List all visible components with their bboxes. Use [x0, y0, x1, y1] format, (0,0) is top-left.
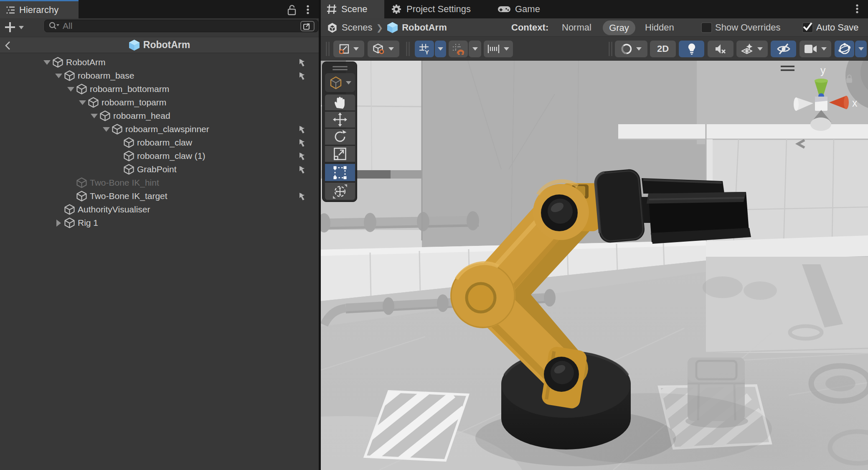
svg-text:Y: Y: [425, 49, 429, 55]
svg-text:y: y: [820, 64, 826, 76]
svg-text:x: x: [852, 97, 858, 109]
